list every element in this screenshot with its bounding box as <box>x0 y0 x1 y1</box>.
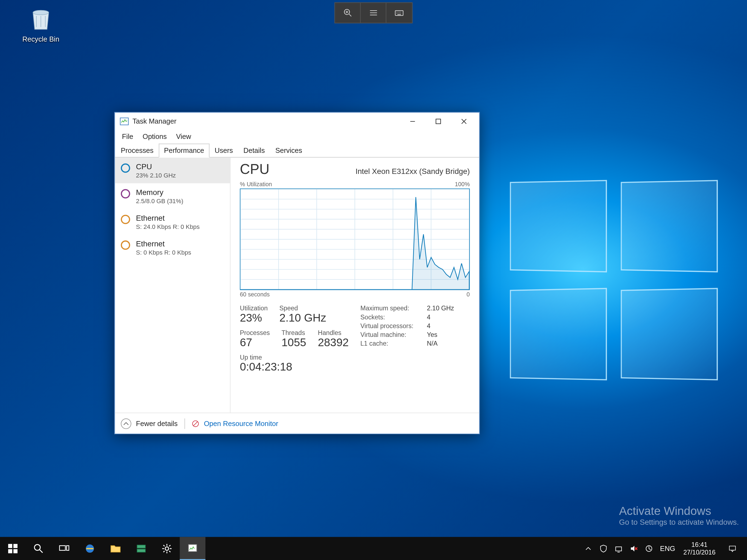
sidebar-item-ethernet-2[interactable]: Ethernet S: 0 Kbps R: 0 Kbps <box>115 235 230 260</box>
task-view-icon <box>59 543 70 554</box>
keyboard-icon <box>394 8 404 18</box>
stat-utilization-label: Utilization <box>240 305 268 312</box>
sidebar-item-cpu[interactable]: CPU 23% 2.10 GHz <box>115 157 230 183</box>
task-view-button[interactable] <box>51 537 77 560</box>
task-manager-icon <box>187 543 198 553</box>
magnify-button[interactable] <box>335 3 361 23</box>
svg-rect-23 <box>8 549 12 553</box>
sidebar-item-memory[interactable]: Memory 2.5/8.0 GB (31%) <box>115 183 230 209</box>
start-button[interactable] <box>0 537 26 560</box>
svg-rect-4 <box>436 119 440 124</box>
ethernet-ring-icon <box>121 240 130 250</box>
taskbar-app-task-manager[interactable] <box>180 537 205 560</box>
svg-rect-24 <box>14 549 18 553</box>
cpu-chart[interactable] <box>240 188 470 290</box>
sidebar-item-title: Ethernet <box>136 213 200 222</box>
tray-windows-update-icon[interactable] <box>641 537 656 560</box>
sidebar-item-ethernet-1[interactable]: Ethernet S: 24.0 Kbps R: 0 Kbps <box>115 209 230 235</box>
folder-icon <box>110 543 121 554</box>
keyboard-button[interactable] <box>386 3 412 23</box>
tab-services[interactable]: Services <box>270 144 308 157</box>
sr-v3: Yes <box>427 331 437 338</box>
tray-security-icon[interactable] <box>596 537 611 560</box>
stat-utilization-value: 23% <box>240 312 268 325</box>
tray-time: 16:41 <box>683 541 716 549</box>
sidebar-item-title: Memory <box>136 188 183 197</box>
sidebar-item-sub: 2.5/8.0 GB (31%) <box>136 197 183 204</box>
main-subheader: Intel Xeon E312xx (Sandy Bridge) <box>356 167 470 176</box>
svg-point-31 <box>165 547 169 551</box>
menu-options[interactable]: Options <box>138 131 171 142</box>
taskbar-app-settings[interactable] <box>154 537 180 560</box>
stats-left: Utilization 23% Speed 2.10 GHz Processes <box>240 305 349 378</box>
chart-ymax: 100% <box>455 181 470 187</box>
task-manager-icon <box>120 117 129 126</box>
minimize-button[interactable] <box>400 113 426 130</box>
server-icon <box>136 543 146 554</box>
performance-main: CPU Intel Xeon E312xx (Sandy Bridge) % U… <box>231 157 479 413</box>
performance-sidebar: CPU 23% 2.10 GHz Memory 2.5/8.0 GB (31%)… <box>115 157 231 413</box>
sr-v1: 4 <box>427 313 430 321</box>
tray-volume-icon[interactable] <box>626 537 641 560</box>
maximize-button[interactable] <box>426 113 451 130</box>
stat-speed-value: 2.10 GHz <box>279 312 326 325</box>
recycle-bin-icon <box>27 6 54 32</box>
watermark-subtitle: Go to Settings to activate Windows. <box>619 518 739 526</box>
svg-point-0 <box>33 10 49 15</box>
sidebar-item-sub: S: 24.0 Kbps R: 0 Kbps <box>136 223 200 230</box>
tab-details[interactable]: Details <box>238 144 270 157</box>
fewer-details-icon[interactable] <box>121 418 131 429</box>
memory-ring-icon <box>121 189 130 199</box>
svg-rect-33 <box>616 547 621 551</box>
sr-v2: 4 <box>427 322 430 329</box>
sr-k0: Maximum speed: <box>360 305 421 312</box>
tray-clock[interactable]: 16:41 27/10/2016 <box>679 541 720 556</box>
sr-v0: 2.10 GHz <box>427 305 454 312</box>
stat-uptime-label: Up time <box>240 354 292 361</box>
tray-overflow-button[interactable] <box>581 537 596 560</box>
desktop-icon-recycle-bin[interactable]: Recycle Bin <box>6 4 76 46</box>
window-footer: Fewer details Open Resource Monitor <box>115 413 479 434</box>
close-button[interactable] <box>451 113 477 130</box>
tab-users[interactable]: Users <box>209 144 238 157</box>
watermark-title: Activate Windows <box>619 504 739 518</box>
speaker-muted-icon <box>630 544 638 553</box>
system-tray: ENG 16:41 27/10/2016 <box>581 537 747 560</box>
menu-button[interactable] <box>361 3 386 23</box>
menu-view[interactable]: View <box>172 131 196 142</box>
svg-rect-30 <box>137 549 146 552</box>
sidebar-item-title: CPU <box>136 162 176 171</box>
action-center-button[interactable] <box>720 537 745 560</box>
notification-icon <box>728 544 737 553</box>
tab-processes[interactable]: Processes <box>115 144 159 157</box>
taskbar-app-server-manager[interactable] <box>129 537 154 560</box>
tray-language[interactable]: ENG <box>656 537 679 560</box>
svg-rect-26 <box>60 546 66 551</box>
windows-logo-icon <box>8 543 18 554</box>
open-resource-monitor-link[interactable]: Open Resource Monitor <box>204 419 278 428</box>
task-manager-window: Task Manager File Options View Processes… <box>114 112 480 434</box>
fewer-details-link[interactable]: Fewer details <box>136 419 177 428</box>
footer-separator <box>185 418 185 429</box>
stat-handles-label: Handles <box>318 329 349 336</box>
stat-threads-label: Threads <box>282 329 306 336</box>
stats-right: Maximum speed:2.10 GHz Sockets:4 Virtual… <box>360 305 454 378</box>
search-button[interactable] <box>26 537 51 560</box>
activation-watermark: Activate Windows Go to Settings to activ… <box>619 504 739 526</box>
svg-rect-22 <box>14 544 18 548</box>
taskbar-app-ie[interactable] <box>77 537 103 560</box>
tray-network-icon[interactable] <box>611 537 626 560</box>
tab-performance[interactable]: Performance <box>159 144 209 157</box>
menu-file[interactable]: File <box>117 131 138 142</box>
titlebar[interactable]: Task Manager <box>115 113 479 130</box>
stat-processes-value: 67 <box>240 336 270 349</box>
sr-k2: Virtual processors: <box>360 322 421 329</box>
ie-icon <box>84 543 95 554</box>
taskbar-app-explorer[interactable] <box>103 537 129 560</box>
stat-uptime-value: 0:04:23:18 <box>240 361 292 374</box>
stat-threads-value: 1055 <box>282 336 306 349</box>
sr-k4: L1 cache: <box>360 339 421 347</box>
sidebar-item-sub: S: 0 Kbps R: 0 Kbps <box>136 249 191 256</box>
tray-date: 27/10/2016 <box>683 549 716 556</box>
taskbar: ENG 16:41 27/10/2016 <box>0 537 747 560</box>
